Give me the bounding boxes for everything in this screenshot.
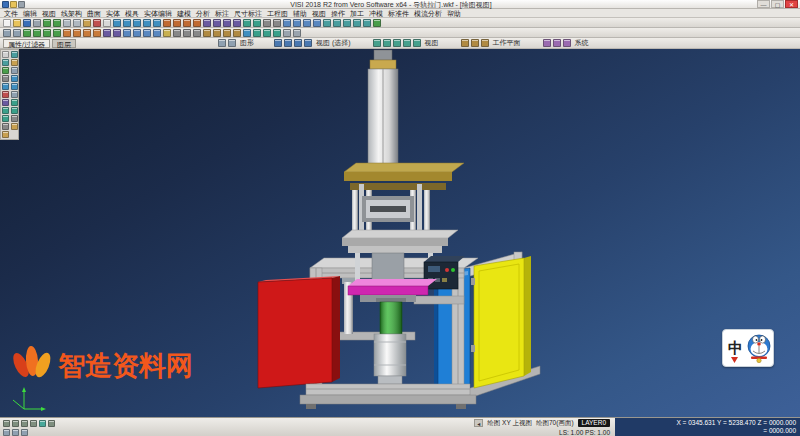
group-elements-icon[interactable]	[2, 99, 9, 106]
copy-icon[interactable]	[73, 19, 81, 27]
red-panel[interactable]	[258, 276, 340, 388]
menu-item-10[interactable]: 标注	[215, 9, 229, 18]
menu-item-15[interactable]: 操作	[331, 9, 345, 18]
view-mode-label[interactable]: 绘图 XY 上视图	[487, 419, 532, 428]
rotate-view-icon[interactable]	[363, 19, 371, 27]
attributes-icon[interactable]	[11, 123, 18, 130]
minimize-button[interactable]: —	[757, 0, 770, 8]
viewport-3d[interactable]: 智造资料网 中	[0, 49, 800, 417]
refresh-icon[interactable]	[373, 19, 381, 27]
pattern-icon[interactable]	[13, 29, 21, 37]
hidden-line-icon[interactable]	[143, 29, 151, 37]
transparency-icon[interactable]	[153, 29, 161, 37]
hide-element-icon[interactable]	[2, 83, 9, 90]
quick-open-icon[interactable]	[10, 1, 17, 8]
render-icon[interactable]	[283, 19, 291, 27]
snap-point-icon[interactable]	[3, 420, 10, 427]
offset-icon[interactable]	[83, 29, 91, 37]
sketch-icon[interactable]	[243, 29, 251, 37]
menu-item-11[interactable]: 尺寸标注	[234, 9, 262, 18]
layer-indicator[interactable]: LAYER0	[578, 419, 610, 427]
intersect-icon[interactable]	[103, 29, 111, 37]
snap-grid-icon[interactable]	[39, 420, 46, 427]
menu-item-17[interactable]: 冲模	[369, 9, 383, 18]
element-color-icon[interactable]	[2, 91, 9, 98]
menu-item-1[interactable]: 编辑	[23, 9, 37, 18]
menu-item-9[interactable]: 分析	[196, 9, 210, 18]
project-icon[interactable]	[93, 29, 101, 37]
layer-manager-icon[interactable]	[2, 75, 9, 82]
plane-icon[interactable]	[223, 29, 231, 37]
zoom-window-icon[interactable]	[11, 51, 18, 58]
snap-end-icon[interactable]	[12, 420, 19, 427]
fillet-icon[interactable]	[203, 19, 211, 27]
snap-end-icon[interactable]	[11, 99, 18, 106]
quick-save-icon[interactable]	[18, 1, 25, 8]
menu-item-3[interactable]: 线架构	[61, 9, 82, 18]
menu-item-5[interactable]: 实体	[106, 9, 120, 18]
view-select-front-icon[interactable]	[274, 39, 282, 47]
boolean-icon[interactable]	[233, 19, 241, 27]
shaded-icon[interactable]	[133, 29, 141, 37]
menu-item-19[interactable]: 模流分析	[414, 9, 442, 18]
menu-item-6[interactable]: 模具	[125, 9, 139, 18]
view-select-right-icon[interactable]	[294, 39, 302, 47]
ortho-icon[interactable]	[193, 29, 201, 37]
axis-icon[interactable]	[233, 29, 241, 37]
cut-icon[interactable]	[63, 19, 71, 27]
curve-icon[interactable]	[153, 19, 161, 27]
view-select-iso-icon[interactable]	[304, 39, 312, 47]
pan-hand-icon[interactable]	[11, 59, 18, 66]
close-button[interactable]: ✕	[785, 0, 798, 8]
snap-mid-icon[interactable]	[21, 420, 28, 427]
stop-button[interactable]	[445, 268, 449, 272]
view-iso-icon[interactable]	[313, 19, 321, 27]
menu-item-0[interactable]: 文件	[4, 9, 18, 18]
snap-center-icon[interactable]	[30, 420, 37, 427]
snap-center-icon[interactable]	[11, 107, 18, 114]
extrude-icon[interactable]	[183, 19, 191, 27]
system-help-icon[interactable]	[563, 39, 571, 47]
ucs-icon[interactable]	[213, 29, 221, 37]
white-cylinder[interactable]	[374, 334, 406, 376]
dynamic-input-icon[interactable]	[21, 429, 28, 436]
new-file-icon[interactable]	[3, 19, 11, 27]
snap-icon[interactable]	[183, 29, 191, 37]
previous-view-button[interactable]: ◄	[474, 419, 483, 427]
pan-icon[interactable]	[353, 19, 361, 27]
snap-ortho-icon[interactable]	[48, 420, 55, 427]
start-button[interactable]	[451, 268, 455, 272]
rotate-view-icon[interactable]	[2, 67, 9, 74]
view-zoom-all-icon[interactable]	[373, 39, 381, 47]
chamfer-icon[interactable]	[213, 19, 221, 27]
view-front-icon[interactable]	[293, 19, 301, 27]
point-icon[interactable]	[113, 19, 121, 27]
visibility-toggle-icon[interactable]	[11, 75, 18, 82]
maximize-button[interactable]: ▢	[771, 0, 784, 8]
view-pan-icon[interactable]	[393, 39, 401, 47]
ortho-toggle-icon[interactable]	[2, 123, 9, 130]
menu-item-2[interactable]: 视图	[42, 9, 56, 18]
workplane-xy-icon[interactable]	[461, 39, 469, 47]
layer-icon[interactable]	[263, 19, 271, 27]
grid-icon[interactable]	[173, 29, 181, 37]
grid-toggle-icon[interactable]	[11, 115, 18, 122]
zoom-fit-icon[interactable]	[343, 19, 351, 27]
select-arrow-icon[interactable]	[2, 51, 9, 58]
zoom-out-icon[interactable]	[333, 19, 341, 27]
revolve-icon[interactable]	[193, 19, 201, 27]
mass-icon[interactable]	[263, 29, 271, 37]
analyze-icon[interactable]	[253, 29, 261, 37]
menu-item-7[interactable]: 实体编辑	[144, 9, 172, 18]
arc-icon[interactable]	[133, 19, 141, 27]
trim-icon[interactable]	[63, 29, 71, 37]
wireframe-icon[interactable]	[123, 29, 131, 37]
measure-icon[interactable]	[243, 19, 251, 27]
polar-toggle-icon[interactable]	[12, 429, 19, 436]
print-icon[interactable]	[33, 19, 41, 27]
press-column[interactable]	[362, 50, 404, 180]
move-icon[interactable]	[23, 29, 31, 37]
view-top-icon[interactable]	[303, 19, 311, 27]
zoom-in-icon[interactable]	[323, 19, 331, 27]
graphics-settings-icon[interactable]	[218, 39, 226, 47]
